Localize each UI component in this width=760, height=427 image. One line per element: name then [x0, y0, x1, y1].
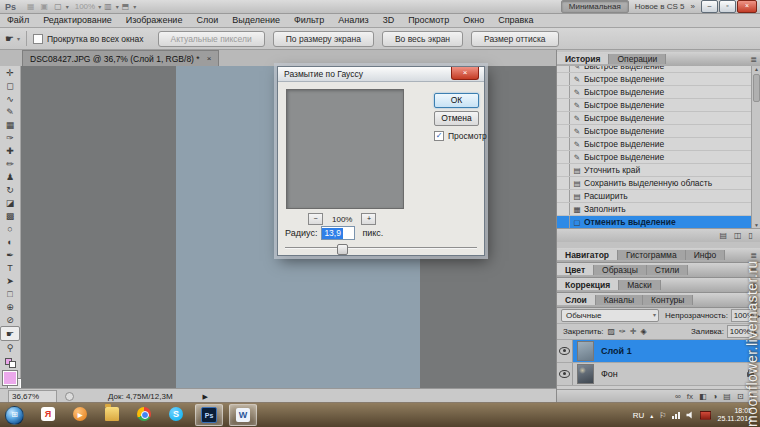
menu-item[interactable]: Анализ [331, 14, 375, 27]
history-brush-tool-icon[interactable]: ↻ [0, 183, 20, 196]
blur-preview-image[interactable] [286, 89, 404, 209]
menu-item[interactable]: Выделение [225, 14, 287, 27]
menu-item[interactable]: Просмотр [401, 14, 456, 27]
foreground-color-swatch[interactable] [3, 371, 17, 385]
history-step[interactable]: ✎ Быстрое выделение [557, 73, 760, 86]
pen-tool-icon[interactable]: ✒ [0, 248, 20, 261]
lock-all-icon[interactable]: ◈ [641, 327, 647, 336]
panel-tab[interactable]: Операции [609, 54, 666, 64]
lasso-tool-icon[interactable]: ∿ [0, 92, 20, 105]
path-select-tool-icon[interactable]: ➤ [0, 274, 20, 287]
menu-item[interactable]: Изображение [119, 14, 190, 27]
blur-tool-icon[interactable]: ○ [0, 222, 20, 235]
new-snapshot-icon[interactable]: ◫ [734, 231, 742, 240]
rotate-3d-tool-icon[interactable]: ⊕ [0, 300, 20, 313]
clone-stamp-tool-icon[interactable]: ♟ [0, 170, 20, 183]
scroll-up-icon[interactable]: ▲ [754, 66, 759, 72]
history-source-well[interactable] [557, 216, 570, 228]
panel-tab[interactable]: История [557, 54, 609, 64]
chevron-down-icon[interactable]: ▾ [653, 310, 658, 321]
history-source-well[interactable] [557, 125, 570, 137]
preview-checkbox[interactable]: ✓ [434, 131, 444, 141]
type-tool-icon[interactable]: T [0, 261, 20, 274]
chevron-down-icon[interactable]: ▾ [17, 35, 20, 42]
new-in-cs5-button[interactable]: Новое в CS 5 [635, 2, 685, 11]
new-layer-icon[interactable]: ⊡ [737, 392, 744, 401]
marquee-tool-icon[interactable]: ◻ [0, 79, 20, 92]
history-source-well[interactable] [557, 138, 570, 150]
history-source-well[interactable] [557, 73, 570, 85]
arrange-documents-icon[interactable]: ▥ [104, 2, 112, 11]
taskbar-photoshop[interactable]: Ps [195, 404, 223, 426]
menu-item[interactable]: Окно [456, 14, 491, 27]
blend-mode-select[interactable]: Обычные▾ [561, 309, 659, 322]
menu-item[interactable]: Редактирование [36, 14, 119, 27]
menu-item[interactable]: Файл [0, 14, 36, 27]
link-layers-icon[interactable]: ∞ [675, 392, 681, 401]
status-menu-arrow-icon[interactable]: ▶ [203, 393, 208, 401]
view-button[interactable]: Размер оттиска [471, 31, 559, 47]
history-step[interactable]: ✎ Быстрое выделение [557, 138, 760, 151]
ok-button[interactable]: ОК [434, 93, 479, 108]
restore-button[interactable]: ▫ [719, 0, 736, 13]
view-button[interactable]: Актуальные пиксели [158, 31, 265, 47]
hand-tool-icon[interactable]: ☛ [0, 326, 20, 341]
history-source-well[interactable] [557, 66, 570, 72]
menu-item[interactable]: 3D [376, 14, 402, 27]
history-step[interactable]: ✎ Быстрое выделение [557, 66, 760, 73]
radius-field[interactable]: 13,9 [321, 226, 355, 240]
history-source-well[interactable] [557, 203, 570, 215]
history-step[interactable]: ▤ Уточнить край [557, 164, 760, 177]
panel-tab[interactable]: Инфо [686, 250, 726, 260]
lock-pixels-icon[interactable]: ✑ [619, 327, 626, 336]
taskbar-explorer[interactable] [99, 404, 125, 424]
scrollbar-thumb[interactable] [753, 74, 760, 102]
minimize-button[interactable]: – [701, 0, 718, 13]
shape-tool-icon[interactable]: □ [0, 287, 20, 300]
tray-app-icon[interactable] [700, 411, 711, 420]
history-step[interactable]: ✎ Быстрое выделение [557, 125, 760, 138]
view-button[interactable]: Во весь экран [382, 31, 463, 47]
history-step[interactable]: ✎ Быстрое выделение [557, 86, 760, 99]
layer-style-icon[interactable]: fx [687, 392, 693, 401]
healing-brush-tool-icon[interactable]: ✚ [0, 144, 20, 157]
panel-tab[interactable]: Контуры [643, 295, 693, 305]
history-source-well[interactable] [557, 99, 570, 111]
visibility-cell[interactable] [557, 363, 573, 385]
start-button[interactable]: ⊞ [5, 406, 24, 425]
delete-state-icon[interactable]: ▯ [749, 231, 753, 240]
zoom-level-value[interactable]: 100% [75, 2, 95, 11]
layer-group-icon[interactable]: ▤ [723, 392, 731, 401]
history-source-well[interactable] [557, 190, 570, 202]
chevron-down-icon[interactable]: ▾ [98, 3, 101, 10]
gradient-tool-icon[interactable]: ▩ [0, 209, 20, 222]
Фон[interactable]: Фон [557, 363, 760, 386]
launch-bridge-icon[interactable]: ▦ [27, 2, 35, 11]
history-step[interactable]: ✎ Быстрое выделение [557, 99, 760, 112]
zoom-tool-icon[interactable]: ⚲ [0, 341, 20, 354]
default-colors-icon[interactable] [5, 358, 16, 368]
volume-icon[interactable] [686, 411, 694, 419]
menu-item[interactable]: Фильтр [287, 14, 331, 27]
panel-tab[interactable]: Слои [557, 295, 596, 305]
history-scrollbar[interactable]: ▲ ▼ [751, 66, 760, 229]
eraser-tool-icon[interactable]: ◪ [0, 196, 20, 209]
document-tab[interactable]: DSC08427.JPG @ 36,7% (Слой 1, RGB/8) * × [22, 50, 219, 66]
close-icon[interactable]: × [451, 67, 479, 80]
close-button[interactable]: × [737, 0, 757, 13]
history-step[interactable]: ▦ Заполнить [557, 203, 760, 216]
chevron-down-icon[interactable]: ▾ [133, 3, 136, 10]
history-step[interactable]: ▤ Сохранить выделенную область [557, 177, 760, 190]
crop-tool-icon[interactable]: ▦ [0, 118, 20, 131]
screen-mode-icon[interactable]: ⬒ [122, 2, 130, 11]
taskbar-word[interactable]: W [229, 404, 257, 426]
close-icon[interactable]: × [207, 54, 212, 63]
layer-mask-icon[interactable]: ◧ [699, 392, 707, 401]
orbit-3d-tool-icon[interactable]: ⊘ [0, 313, 20, 326]
history-source-well[interactable] [557, 151, 570, 163]
network-icon[interactable] [672, 412, 680, 419]
scroll-all-windows-checkbox[interactable] [33, 34, 43, 44]
radius-slider-track[interactable] [285, 247, 477, 249]
quick-selection-tool-icon[interactable]: ✎ [0, 105, 20, 118]
taskbar-media-player[interactable]: ▶ [67, 404, 93, 424]
